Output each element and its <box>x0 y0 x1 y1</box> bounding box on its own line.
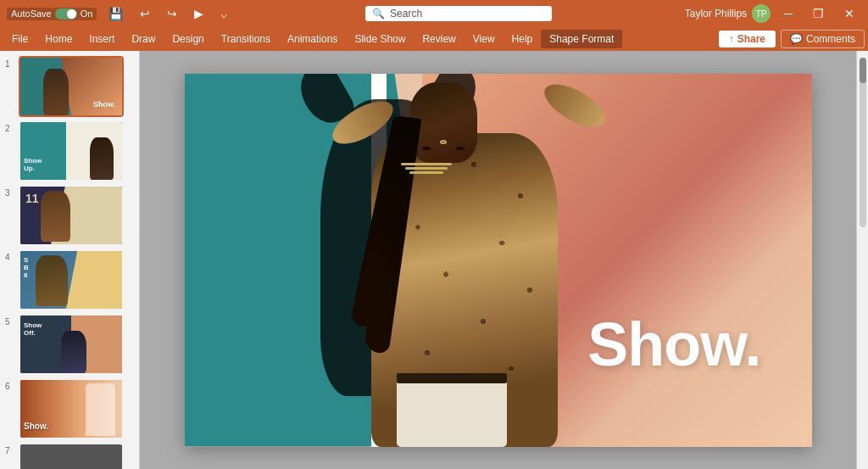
slide-num-4: 4 <box>5 251 15 262</box>
undo-button[interactable]: ↩ <box>135 5 155 22</box>
present-button[interactable]: ▶ <box>189 5 209 22</box>
slide-thumb-6[interactable]: 6 Show. <box>0 377 139 441</box>
share-label: Share <box>737 33 765 45</box>
slide-num-5: 5 <box>5 315 15 327</box>
slide-thumbnail-5[interactable]: ShowOff. <box>20 315 122 373</box>
user-area: Taylor Phillips TP <box>685 4 771 23</box>
menu-view[interactable]: View <box>465 30 504 48</box>
close-button[interactable]: ✕ <box>837 5 861 22</box>
titlebar-left: AutoSave On 💾 ↩ ↪ ▶ ⌵ <box>7 5 232 22</box>
search-icon: 🔍 <box>372 8 385 20</box>
search-placeholder: Search <box>390 8 422 20</box>
menu-file[interactable]: File <box>3 30 36 48</box>
slide-thumbnail-3[interactable]: 11 <box>20 187 122 244</box>
main-person-figure <box>354 82 592 447</box>
search-bar[interactable]: 🔍 Search <box>365 6 552 21</box>
scroll-track[interactable] <box>860 58 866 227</box>
autosave-badge: AutoSave On <box>7 8 97 20</box>
user-name: Taylor Phillips <box>685 8 747 20</box>
menu-slideshow[interactable]: Slide Show <box>346 30 414 48</box>
menu-design[interactable]: Design <box>164 30 212 48</box>
slide-num-7: 7 <box>5 444 15 455</box>
slide-thumb-7[interactable]: 7 <box>0 441 139 469</box>
slide-num-3: 3 <box>5 187 15 198</box>
slide-thumb-4[interactable]: 4 S B 8 <box>0 248 139 312</box>
menu-home[interactable]: Home <box>36 30 81 48</box>
menu-animations[interactable]: Animations <box>279 30 346 48</box>
slide-thumb-2[interactable]: 2 ShowUp. <box>0 119 139 183</box>
comments-icon: 💬 <box>790 33 803 45</box>
restore-button[interactable]: ❐ <box>806 5 831 22</box>
slide-thumbnail-4[interactable]: S B 8 <box>20 251 122 309</box>
menu-help[interactable]: Help <box>504 30 542 48</box>
more-options-button[interactable]: ⌵ <box>215 5 232 22</box>
slide-thumb-3[interactable]: 3 11 <box>0 183 139 248</box>
redo-button[interactable]: ↪ <box>162 5 182 22</box>
menubar-right: ↑ Share 💬 Comments <box>719 30 865 48</box>
menu-shape-format[interactable]: Shape Format <box>541 30 622 48</box>
menu-transitions[interactable]: Transitions <box>213 30 279 48</box>
canvas-area[interactable]: Show. <box>140 51 856 469</box>
save-button[interactable]: 💾 <box>103 5 128 22</box>
slide-thumbnail-1[interactable]: Show. <box>20 58 122 115</box>
titlebar-right: Taylor Phillips TP ─ ❐ ✕ <box>685 4 861 23</box>
slide-thumb-1[interactable]: 1 Show. <box>0 54 139 119</box>
share-icon: ↑ <box>729 33 734 45</box>
avatar: TP <box>752 4 771 23</box>
main-area: 1 Show. 2 ShowUp. 3 11 <box>0 51 868 469</box>
slide-thumbnail-2[interactable]: ShowUp. <box>20 122 122 180</box>
slide-thumbnail-6[interactable]: Show. <box>20 380 122 438</box>
slide-show-text: Show. <box>587 310 760 379</box>
autosave-state: On <box>81 8 93 19</box>
share-button[interactable]: ↑ Share <box>719 31 776 47</box>
minimize-button[interactable]: ─ <box>777 5 799 22</box>
slide-num-1: 1 <box>5 58 15 69</box>
scroll-thumb[interactable] <box>860 58 866 83</box>
menu-review[interactable]: Review <box>414 30 464 48</box>
menu-draw[interactable]: Draw <box>123 30 164 48</box>
autosave-toggle[interactable] <box>55 8 77 20</box>
menu-insert[interactable]: Insert <box>81 30 123 48</box>
comments-button[interactable]: 💬 Comments <box>781 30 865 48</box>
comments-label: Comments <box>806 33 855 45</box>
slide-num-6: 6 <box>5 380 15 391</box>
slide-panel: 1 Show. 2 ShowUp. 3 11 <box>0 51 140 469</box>
right-sidebar <box>856 51 868 469</box>
titlebar-center: 🔍 Search <box>232 6 684 21</box>
menu-bar: File Home Insert Draw Design Transitions… <box>0 27 868 51</box>
slide-thumb-5[interactable]: 5 ShowOff. <box>0 312 139 377</box>
autosave-label: AutoSave <box>11 8 52 19</box>
title-bar: AutoSave On 💾 ↩ ↪ ▶ ⌵ 🔍 Search Taylor Ph… <box>0 0 868 27</box>
slide-thumbnail-7[interactable] <box>20 444 122 469</box>
slide-num-2: 2 <box>5 122 15 133</box>
main-slide: Show. <box>185 74 812 447</box>
